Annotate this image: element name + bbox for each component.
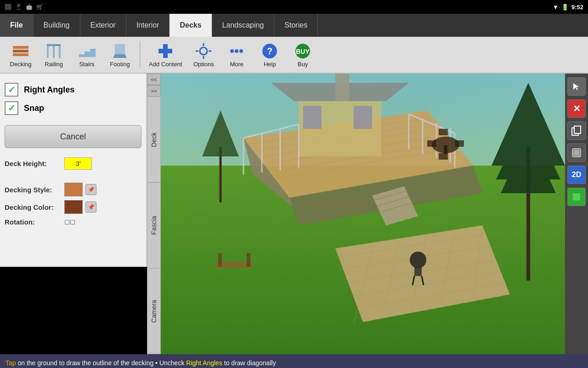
green-tool-button[interactable] [567, 188, 586, 206]
svg-rect-10 [115, 44, 125, 54]
2d-view-button[interactable]: 2D [567, 166, 586, 184]
svg-rect-6 [47, 44, 61, 46]
svg-rect-98 [439, 153, 448, 160]
svg-point-74 [410, 252, 426, 268]
battery-icon: 🔋 [561, 4, 569, 11]
svg-rect-7 [79, 54, 85, 57]
svg-text:BUY: BUY [296, 48, 310, 55]
footing-icon [111, 42, 129, 60]
deck-height-value[interactable]: 3' [64, 157, 92, 170]
decking-color-pin[interactable]: 📌 [85, 201, 96, 213]
cursor-tool-button[interactable] [567, 77, 586, 96]
toolbar: Decking Railing Stairs [0, 37, 588, 74]
decking-style-label: Decking Style: [5, 186, 64, 194]
decking-color-label: Decking Color: [5, 203, 64, 211]
tip-line1-suffix: to draw diagonally [224, 359, 276, 367]
side-tabs: << >> Deck Fascia Camera [147, 74, 161, 354]
decking-style-row: Decking Style: 📌 [5, 183, 141, 196]
2d-label: 2D [572, 171, 581, 179]
wifi-icon: ▼ [553, 4, 559, 11]
toolbar-decking[interactable]: Decking [5, 39, 37, 71]
menu-bar: File Building Exterior Interior Decks La… [0, 14, 588, 37]
copy-tool-button[interactable] [567, 121, 586, 140]
right-angles-check-icon: ✓ [8, 84, 16, 95]
right-angles-row[interactable]: ✓ Right Angles [5, 83, 141, 97]
android-icon: 🤖 [26, 4, 33, 10]
toolbar-railing[interactable]: Railing [38, 39, 70, 71]
svg-rect-4 [53, 44, 55, 58]
phone-icon: 📱 [15, 4, 22, 10]
decking-color-row: Decking Color: 📌 [5, 200, 141, 214]
side-tab-fascia[interactable]: Fascia [147, 183, 161, 269]
toolbar-add-content[interactable]: Add Content [144, 39, 187, 71]
snap-checkbox[interactable]: ✓ [5, 101, 18, 115]
decking-color-swatch[interactable] [64, 200, 83, 214]
right-angles-checkbox[interactable]: ✓ [5, 83, 18, 97]
svg-rect-3 [47, 44, 49, 58]
svg-point-20 [235, 49, 238, 53]
status-icons-left: ⬛ 📱 🤖 🛒 [5, 4, 43, 10]
tab-building[interactable]: Building [34, 14, 80, 37]
main-area: ✓ Right Angles ✓ Snap Cancel Deck Height… [0, 74, 588, 354]
decking-style-swatch[interactable] [64, 183, 83, 196]
time-display: 9:52 [571, 4, 583, 11]
stairs-icon [78, 42, 96, 60]
nav-back-button[interactable]: << [147, 74, 161, 85]
svg-text:?: ? [267, 46, 272, 56]
toolbar-buy[interactable]: BUY Buy [287, 39, 319, 71]
svg-rect-8 [85, 52, 90, 57]
tab-stories[interactable]: Stories [274, 14, 318, 37]
add-content-icon [157, 42, 174, 60]
status-icons-right: ▼ 🔋 9:52 [553, 4, 583, 11]
svg-rect-101 [247, 253, 250, 267]
svg-rect-2 [13, 53, 28, 56]
side-tab-deck[interactable]: Deck [147, 97, 161, 183]
tab-exterior[interactable]: Exterior [80, 14, 126, 37]
toolbar-help[interactable]: ? Help [254, 39, 286, 71]
buy-icon: BUY [294, 42, 311, 60]
rotation-label: Rotation: [5, 218, 64, 226]
toolbar-options[interactable]: Options [187, 39, 220, 71]
side-tab-camera[interactable]: Camera [147, 268, 161, 354]
tap-word: Tap [6, 359, 16, 367]
svg-rect-97 [439, 129, 448, 135]
svg-point-14 [200, 47, 207, 55]
3d-viewport[interactable] [161, 74, 565, 354]
delete-icon: ✕ [573, 103, 581, 114]
svg-rect-96 [455, 140, 464, 147]
decking-style-pin[interactable]: 📌 [85, 184, 96, 195]
right-angles-label: Right Angles [24, 85, 74, 95]
status-bar: ⬛ 📱 🤖 🛒 ▼ 🔋 9:52 [0, 0, 588, 14]
snap-row[interactable]: ✓ Snap [5, 101, 141, 115]
snap-label: Snap [24, 104, 44, 113]
tab-landscaping[interactable]: Landscaping [212, 14, 275, 37]
right-angles-tip-word: Right Angles [186, 359, 222, 367]
tip-bar: Tap on the ground to draw the outline of… [0, 354, 588, 368]
left-panel: ✓ Right Angles ✓ Snap Cancel Deck Height… [0, 74, 147, 267]
tip-line1-middle: on the ground to draw the outline of the… [17, 359, 186, 367]
svg-rect-5 [59, 44, 61, 58]
tab-decks[interactable]: Decks [170, 14, 212, 37]
cancel-button[interactable]: Cancel [5, 125, 141, 148]
tab-file[interactable]: File [0, 14, 34, 37]
toolbar-more[interactable]: More [220, 39, 253, 71]
toolbar-footing[interactable]: Footing [104, 39, 136, 71]
tab-interior[interactable]: Interior [126, 14, 170, 37]
svg-rect-107 [573, 193, 580, 201]
delete-tool-button[interactable]: ✕ [567, 99, 586, 118]
right-toolbar: ✕ 2D [565, 74, 588, 354]
toolbar-stairs[interactable]: Stairs [71, 39, 103, 71]
svg-rect-9 [90, 49, 96, 57]
svg-rect-13 [158, 49, 172, 53]
tip-line-1: Tap on the ground to draw the outline of… [6, 358, 582, 368]
deck-height-label: Deck Height: [5, 160, 64, 167]
decking-icon [12, 42, 29, 60]
svg-rect-53 [354, 106, 372, 129]
deck-height-row: Deck Height: 3' [5, 157, 141, 170]
toolbar-divider-1 [140, 41, 141, 69]
material-tool-button[interactable] [567, 144, 586, 162]
svg-point-21 [239, 49, 243, 53]
options-icon [195, 42, 212, 60]
svg-rect-104 [574, 126, 581, 133]
nav-forward-button[interactable]: >> [147, 85, 161, 97]
